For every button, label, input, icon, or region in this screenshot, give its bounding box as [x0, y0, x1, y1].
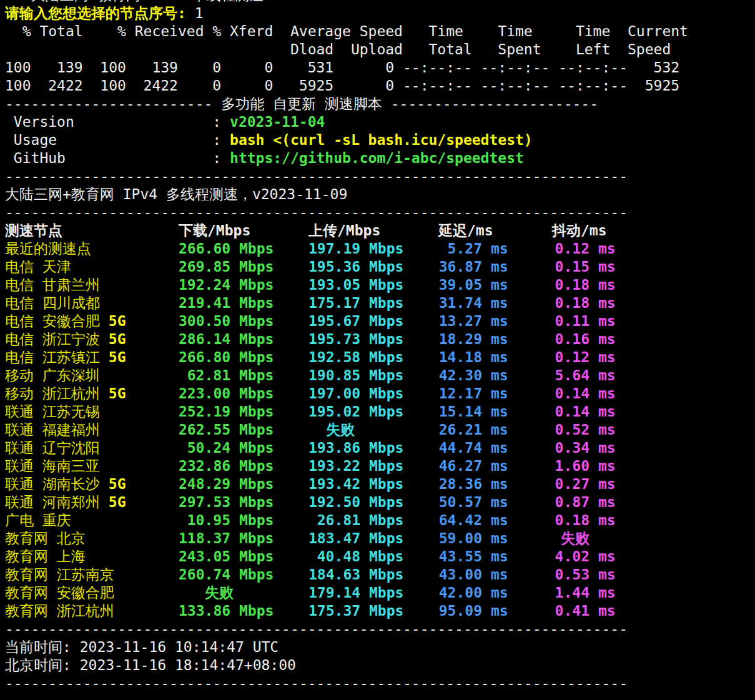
node-name-cell: 教育网 浙江杭州: [5, 602, 179, 620]
jit-value: 4.02: [552, 548, 590, 566]
ul-value: 197.00: [308, 385, 360, 403]
ul-value: 190.85: [308, 367, 360, 385]
ul-unit: Mbps: [360, 457, 438, 475]
jit-unit: ms: [590, 475, 616, 493]
jit-value: 0.14: [552, 403, 590, 421]
ping-unit: ms: [482, 258, 552, 276]
jit-unit: ms: [590, 493, 616, 511]
node-name-cell: 教育网 北京: [5, 530, 179, 548]
ul-unit: Mbps: [360, 439, 438, 457]
column-header-download: 下载/Mbps: [179, 222, 308, 240]
ul-unit: Mbps: [360, 312, 438, 330]
ping-value: 26.21: [438, 421, 482, 439]
ping-value: 39.05: [438, 276, 482, 294]
text-segment: 2. 大陆三网+教育网 IPv4 单线程测速: [5, 0, 264, 3]
dl-value: 248.29: [179, 475, 230, 493]
ul-value: 195.67: [308, 312, 360, 330]
ul-value: 195.02: [308, 403, 360, 421]
ul-unit: Mbps: [360, 403, 438, 421]
text-segment: 大陆三网+教育网 IPv4 多线程测速，v2023-11-09: [5, 186, 347, 202]
dl-unit: Mbps: [230, 530, 308, 548]
ping-unit: ms: [482, 602, 552, 620]
node-name-cell: 最近的测速点: [5, 240, 179, 258]
jit-unit: ms: [590, 312, 616, 330]
dl-value: 297.53: [179, 493, 230, 511]
ping-value: 31.74: [438, 294, 482, 312]
ul-unit: Mbps: [360, 584, 438, 602]
speedtest-table-row: 最近的测速点266.60Mbps197.19Mbps5.27ms0.12ms: [5, 240, 755, 258]
ping-value: 43.55: [438, 548, 482, 566]
ul-value: 193.05: [308, 276, 360, 294]
jit-value: 0.18: [552, 276, 590, 294]
ul-value: 195.36: [308, 258, 360, 276]
ul-unit: Mbps: [360, 493, 438, 511]
ping-unit: ms: [482, 511, 552, 530]
node-name-cell: 联通 海南三亚: [5, 457, 179, 475]
node-name-cell: 电信 浙江宁波5G: [5, 330, 179, 348]
text-segment: 1: [195, 5, 204, 21]
ul-unit: Mbps: [360, 240, 438, 258]
dl-fail-value: 失败: [179, 584, 308, 602]
dl-unit: Mbps: [230, 385, 308, 403]
jit-value: 0.12: [552, 348, 590, 367]
terminal-window[interactable]: 2. 大陆三网+教育网 IPv4 单线程测速请输入您想选择的节点序号: 1 % …: [0, 0, 755, 700]
menu-line-partial: 2. 大陆三网+教育网 IPv4 单线程测速: [5, 0, 755, 4]
5g-badge: 5G: [100, 493, 126, 511]
node-name-cell: 联通 福建福州: [5, 421, 179, 439]
ping-unit: ms: [482, 421, 552, 439]
dl-unit: Mbps: [230, 294, 308, 312]
ul-fail-value: 失败: [308, 421, 438, 439]
ul-unit: Mbps: [360, 530, 438, 548]
ul-unit: Mbps: [360, 367, 438, 385]
ping-unit: ms: [482, 548, 552, 566]
node-name-cell: 移动 广东深圳: [5, 367, 179, 385]
dl-unit: Mbps: [230, 457, 308, 475]
ping-value: 12.17: [438, 385, 482, 403]
ul-value: 195.73: [308, 330, 360, 348]
node-name-cell: 教育网 上海: [5, 548, 179, 566]
ping-value: 42.00: [438, 584, 482, 602]
dl-unit: Mbps: [230, 439, 308, 457]
text-segment: ----------------------------------------…: [5, 675, 628, 691]
dl-value: 232.86: [179, 457, 230, 475]
ping-unit: ms: [482, 294, 552, 312]
ul-value: 197.19: [308, 240, 360, 258]
ping-value: 14.18: [438, 348, 482, 367]
node-name: 移动 广东深圳: [5, 367, 100, 385]
node-name: 联通 河南郑州: [5, 493, 100, 511]
ping-value: 28.36: [438, 475, 482, 493]
dl-value: 243.05: [179, 548, 230, 566]
speedtest-table-row: 电信 甘肃兰州192.24Mbps193.05Mbps39.05ms0.18ms: [5, 276, 755, 294]
node-name: 教育网 安徽合肥: [5, 584, 114, 602]
ping-value: 15.14: [438, 403, 482, 421]
ul-value: 175.37: [308, 602, 360, 620]
curl-progress-row-2: 100 2422 100 2422 0 0 5925 0 --:--:-- --…: [5, 77, 755, 95]
dl-value: 266.80: [179, 348, 230, 367]
text-segment: v2023-11-04: [230, 114, 325, 130]
current-time-line: 当前时间: 2023-11-16 10:14:47 UTC: [5, 638, 755, 656]
jit-unit: ms: [590, 439, 616, 457]
script-banner: ------------------------ 多功能 自更新 测速脚本 --…: [5, 95, 755, 113]
ping-unit: ms: [482, 530, 552, 548]
ping-unit: ms: [482, 367, 552, 385]
5g-badge: 5G: [100, 330, 126, 348]
node-name: 联通 湖南长沙: [5, 475, 100, 493]
version-line: Version : v2023-11-04: [5, 113, 755, 131]
dl-unit: Mbps: [230, 258, 308, 276]
jit-value: 0.18: [552, 511, 590, 530]
ping-value: 13.27: [438, 312, 482, 330]
ul-unit: Mbps: [360, 276, 438, 294]
ul-value: 192.58: [308, 348, 360, 367]
column-header-node: 测速节点: [5, 222, 179, 240]
jit-unit: ms: [590, 276, 616, 294]
curl-progress-row-1: 100 139 100 139 0 0 531 0 --:--:-- --:--…: [5, 59, 755, 77]
dl-unit: Mbps: [230, 421, 308, 439]
speedtest-table-row: 联通 海南三亚232.86Mbps193.22Mbps46.27ms1.60ms: [5, 457, 755, 475]
speedtest-table-row: 电信 安徽合肥5G300.50Mbps195.67Mbps13.27ms0.11…: [5, 312, 755, 330]
5g-badge: 5G: [100, 475, 126, 493]
ul-value: 179.14: [308, 584, 360, 602]
jit-value: 0.52: [552, 421, 590, 439]
text-segment: 100 139 100 139 0 0 531 0 --:--:-- --:--…: [5, 59, 679, 76]
dl-value: 266.60: [179, 240, 230, 258]
dl-unit: Mbps: [230, 403, 308, 421]
